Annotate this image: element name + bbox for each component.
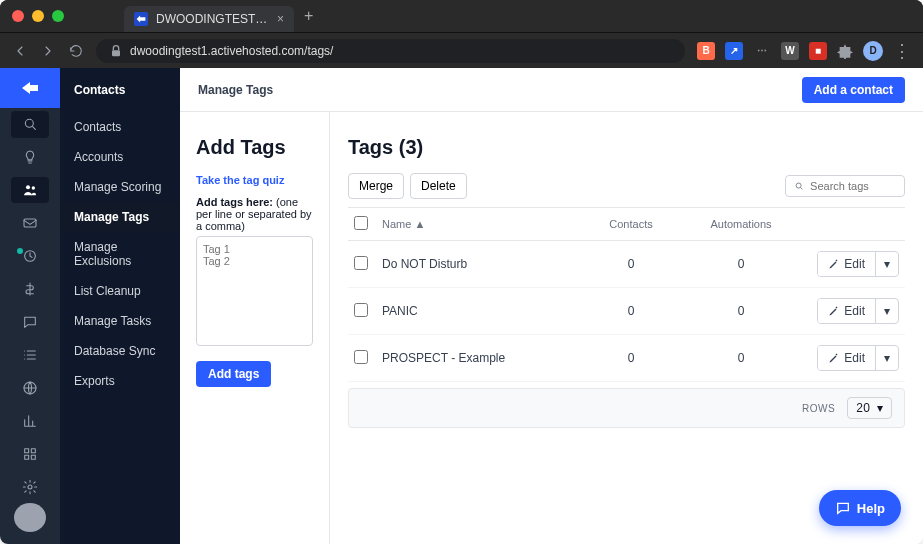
help-button[interactable]: Help <box>819 490 901 526</box>
address-bar[interactable]: dwoodingtest1.activehosted.com/tags/ <box>96 39 685 63</box>
sort-asc-icon: ▲ <box>414 218 425 230</box>
add-tags-heading: Add Tags <box>196 136 313 159</box>
quiz-link[interactable]: Take the tag quiz <box>196 174 284 186</box>
edit-menu-button[interactable]: ▾ <box>875 346 898 370</box>
tag-contacts: 0 <box>576 241 686 288</box>
merge-button[interactable]: Merge <box>348 173 404 199</box>
subnav-item-accounts[interactable]: Accounts <box>60 142 180 172</box>
menu-icon[interactable]: ⋮ <box>893 40 911 62</box>
add-tags-button[interactable]: Add tags <box>196 361 271 387</box>
subnav-header: Contacts <box>60 68 180 112</box>
mail-icon[interactable] <box>11 209 49 236</box>
automation-icon[interactable] <box>11 242 49 269</box>
forward-icon[interactable] <box>40 43 56 59</box>
svg-point-11 <box>28 485 32 489</box>
page-title: Manage Tags <box>198 83 273 97</box>
edit-menu-button[interactable]: ▾ <box>875 252 898 276</box>
list-icon[interactable] <box>11 341 49 368</box>
extension-icon[interactable]: ⋯ <box>753 42 771 60</box>
edit-button[interactable]: Edit <box>818 346 875 370</box>
svg-rect-8 <box>31 448 35 452</box>
table-row: Do NOT Disturb00Edit▾ <box>348 241 905 288</box>
row-checkbox[interactable] <box>354 256 368 270</box>
lock-icon <box>108 43 124 59</box>
tag-name: PANIC <box>376 288 576 335</box>
col-contacts[interactable]: Contacts <box>576 208 686 241</box>
search-icon <box>794 180 804 192</box>
contacts-icon[interactable] <box>11 177 49 204</box>
chevron-down-icon: ▾ <box>884 257 890 271</box>
tag-automations: 0 <box>686 241 796 288</box>
window-minimize-icon[interactable] <box>32 10 44 22</box>
svg-point-2 <box>26 185 30 189</box>
reports-icon[interactable] <box>11 407 49 434</box>
tag-contacts: 0 <box>576 335 686 382</box>
close-icon[interactable]: × <box>277 12 284 26</box>
logo-icon[interactable] <box>0 68 60 108</box>
tab-title: DWOODINGTEST1 Email Marke <box>156 12 269 26</box>
subnav-item-list-cleanup[interactable]: List Cleanup <box>60 276 180 306</box>
pencil-icon <box>828 305 840 317</box>
col-automations[interactable]: Automations <box>686 208 796 241</box>
reload-icon[interactable] <box>68 43 84 59</box>
chat-icon[interactable] <box>11 308 49 335</box>
window-maximize-icon[interactable] <box>52 10 64 22</box>
chat-icon <box>835 500 851 516</box>
edit-menu-button[interactable]: ▾ <box>875 299 898 323</box>
add-tags-label: Add tags here: (one per line or separate… <box>196 196 313 232</box>
profile-avatar[interactable]: D <box>863 41 883 61</box>
chevron-down-icon: ▾ <box>884 351 890 365</box>
gear-icon[interactable] <box>11 473 49 500</box>
tab-favicon-icon <box>134 12 148 26</box>
new-tab-button[interactable]: + <box>304 7 313 25</box>
window-close-icon[interactable] <box>12 10 24 22</box>
chevron-down-icon: ▾ <box>884 304 890 318</box>
svg-rect-10 <box>31 455 35 459</box>
nav-rail <box>0 68 60 544</box>
tags-textarea[interactable] <box>196 236 313 346</box>
svg-point-3 <box>32 186 35 189</box>
subnav-item-contacts[interactable]: Contacts <box>60 112 180 142</box>
extension-icon[interactable]: W <box>781 42 799 60</box>
subnav-item-exports[interactable]: Exports <box>60 366 180 396</box>
edit-button[interactable]: Edit <box>818 299 875 323</box>
table-row: PROSPECT - Example00Edit▾ <box>348 335 905 382</box>
search-tags-input[interactable] <box>785 175 905 197</box>
extension-icon[interactable]: ■ <box>809 42 827 60</box>
subnav-item-manage-tasks[interactable]: Manage Tasks <box>60 306 180 336</box>
tag-automations: 0 <box>686 288 796 335</box>
svg-rect-0 <box>112 50 120 56</box>
extension-icon[interactable]: B <box>697 42 715 60</box>
tag-contacts: 0 <box>576 288 686 335</box>
subnav-item-manage-exclusions[interactable]: Manage Exclusions <box>60 232 180 276</box>
extension-icon[interactable]: ↗ <box>725 42 743 60</box>
row-checkbox[interactable] <box>354 303 368 317</box>
row-checkbox[interactable] <box>354 350 368 364</box>
globe-icon[interactable] <box>11 374 49 401</box>
user-avatar[interactable] <box>14 503 46 532</box>
svg-rect-9 <box>25 455 29 459</box>
lightbulb-icon[interactable] <box>11 144 49 171</box>
tags-heading: Tags (3) <box>348 136 905 159</box>
subnav-item-database-sync[interactable]: Database Sync <box>60 336 180 366</box>
url-text: dwoodingtest1.activehosted.com/tags/ <box>130 44 333 58</box>
back-icon[interactable] <box>12 43 28 59</box>
browser-tab[interactable]: DWOODINGTEST1 Email Marke × <box>124 6 294 32</box>
tag-name: Do NOT Disturb <box>376 241 576 288</box>
deals-icon[interactable] <box>11 275 49 302</box>
delete-button[interactable]: Delete <box>410 173 467 199</box>
subnav-item-manage-tags[interactable]: Manage Tags <box>60 202 180 232</box>
svg-rect-4 <box>24 219 36 227</box>
subnav-item-manage-scoring[interactable]: Manage Scoring <box>60 172 180 202</box>
search-icon[interactable] <box>11 111 49 138</box>
add-contact-button[interactable]: Add a contact <box>802 77 905 103</box>
extensions-icon[interactable] <box>837 43 853 59</box>
table-row: PANIC00Edit▾ <box>348 288 905 335</box>
edit-button[interactable]: Edit <box>818 252 875 276</box>
col-name[interactable]: Name <box>382 218 411 230</box>
rows-label: ROWS <box>802 403 835 414</box>
rows-select[interactable]: 20 ▾ <box>847 397 892 419</box>
apps-icon[interactable] <box>11 440 49 467</box>
svg-point-1 <box>25 119 33 127</box>
select-all-checkbox[interactable] <box>354 216 368 230</box>
